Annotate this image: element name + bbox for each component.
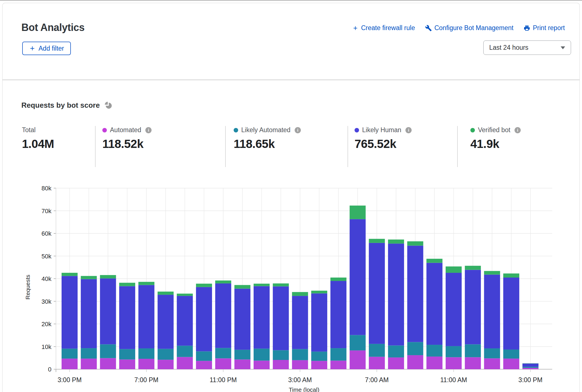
bar-segment-likely-human[interactable] — [254, 286, 270, 349]
bar-segment-likely-human[interactable] — [311, 293, 327, 352]
bar-segment-verified-bot[interactable] — [503, 273, 519, 277]
bar-segment-likely-human[interactable] — [273, 286, 289, 350]
bar-segment-likely-automated[interactable] — [138, 348, 154, 359]
bar-segment-automated[interactable] — [350, 350, 366, 369]
bar-segment-automated[interactable] — [311, 361, 327, 369]
info-icon[interactable]: i — [295, 127, 301, 133]
bar-segment-verified-bot[interactable] — [100, 275, 116, 278]
bar-segment-verified-bot[interactable] — [465, 266, 481, 270]
bar-segment-likely-automated[interactable] — [503, 350, 519, 359]
bar-segment-automated[interactable] — [484, 358, 500, 369]
bar-segment-automated[interactable] — [234, 359, 251, 369]
print-report-link[interactable]: Print report — [524, 24, 565, 32]
bar-segment-verified-bot[interactable] — [446, 267, 462, 273]
bar-segment-likely-automated[interactable] — [330, 348, 346, 361]
bar-segment-automated[interactable] — [138, 359, 154, 369]
configure-bot-management-link[interactable]: Configure Bot Management — [425, 24, 513, 32]
bar-segment-verified-bot[interactable] — [177, 294, 193, 296]
bar-segment-automated[interactable] — [522, 368, 538, 369]
info-icon[interactable]: i — [405, 127, 412, 133]
bar-segment-verified-bot[interactable] — [273, 283, 289, 286]
add-filter-button[interactable]: Add filter — [22, 42, 71, 55]
bar-segment-verified-bot[interactable] — [234, 285, 251, 289]
bar-segment-verified-bot[interactable] — [350, 206, 366, 219]
bar-segment-verified-bot[interactable] — [292, 292, 308, 296]
bar-segment-verified-bot[interactable] — [311, 291, 327, 294]
time-range-dropdown[interactable]: Last 24 hours — [483, 40, 571, 55]
bar-segment-automated[interactable] — [254, 361, 270, 369]
bar-segment-likely-automated[interactable] — [196, 351, 212, 361]
bar-segment-likely-automated[interactable] — [292, 349, 308, 360]
bar-segment-likely-human[interactable] — [138, 285, 154, 348]
bar-segment-verified-bot[interactable] — [62, 273, 78, 276]
bar-segment-verified-bot[interactable] — [484, 271, 500, 275]
bar-segment-likely-automated[interactable] — [407, 342, 423, 355]
bar-segment-likely-human[interactable] — [350, 219, 366, 335]
bar-segment-likely-human[interactable] — [484, 275, 500, 348]
bar-segment-verified-bot[interactable] — [215, 280, 231, 283]
bar-segment-automated[interactable] — [369, 357, 385, 369]
info-icon[interactable]: i — [515, 127, 521, 133]
bar-segment-likely-human[interactable] — [196, 287, 212, 352]
bar-segment-automated[interactable] — [427, 357, 443, 369]
bar-segment-likely-automated[interactable] — [62, 349, 78, 359]
bar-segment-likely-human[interactable] — [119, 286, 135, 349]
bar-segment-likely-automated[interactable] — [446, 346, 462, 357]
bar-segment-likely-automated[interactable] — [311, 352, 327, 361]
bar-segment-likely-human[interactable] — [330, 281, 346, 348]
bar-segment-likely-human[interactable] — [427, 263, 443, 345]
bar-segment-automated[interactable] — [158, 360, 174, 369]
bar-segment-likely-human[interactable] — [465, 270, 481, 344]
bar-segment-likely-human[interactable] — [81, 279, 97, 348]
bar-segment-automated[interactable] — [465, 357, 481, 369]
bar-segment-likely-automated[interactable] — [388, 345, 404, 357]
bar-segment-likely-automated[interactable] — [177, 346, 193, 357]
bar-segment-likely-automated[interactable] — [427, 345, 443, 357]
bar-segment-likely-human[interactable] — [62, 276, 78, 348]
bar-segment-likely-human[interactable] — [369, 243, 385, 344]
bar-segment-verified-bot[interactable] — [522, 363, 538, 364]
bar-segment-likely-human[interactable] — [100, 278, 116, 344]
bar-segment-automated[interactable] — [62, 359, 78, 369]
bar-segment-likely-human[interactable] — [388, 244, 404, 345]
bar-segment-likely-automated[interactable] — [119, 349, 135, 359]
bar-segment-likely-automated[interactable] — [484, 348, 500, 358]
bar-segment-likely-human[interactable] — [158, 295, 174, 349]
bar-segment-likely-automated[interactable] — [81, 348, 97, 359]
bar-segment-automated[interactable] — [407, 355, 423, 369]
bar-segment-verified-bot[interactable] — [196, 284, 212, 287]
bar-segment-verified-bot[interactable] — [330, 278, 346, 281]
bar-segment-verified-bot[interactable] — [138, 282, 154, 285]
bar-segment-verified-bot[interactable] — [369, 239, 385, 243]
bar-segment-verified-bot[interactable] — [388, 240, 404, 244]
create-firewall-rule-link[interactable]: Create firewall rule — [352, 24, 415, 32]
bar-segment-automated[interactable] — [292, 360, 308, 369]
bar-segment-automated[interactable] — [273, 360, 289, 369]
bar-segment-likely-human[interactable] — [503, 278, 519, 350]
bar-segment-automated[interactable] — [330, 361, 346, 369]
bar-segment-likely-automated[interactable] — [522, 367, 538, 368]
bar-segment-automated[interactable] — [81, 359, 97, 369]
bar-segment-likely-automated[interactable] — [369, 344, 385, 357]
bar-segment-likely-human[interactable] — [215, 283, 231, 348]
bar-segment-verified-bot[interactable] — [81, 276, 97, 279]
bar-segment-likely-automated[interactable] — [234, 350, 251, 360]
bar-segment-automated[interactable] — [388, 357, 404, 369]
bar-segment-likely-human[interactable] — [177, 296, 193, 346]
bar-segment-likely-automated[interactable] — [465, 344, 481, 357]
bar-segment-automated[interactable] — [100, 358, 116, 369]
bar-segment-verified-bot[interactable] — [158, 292, 174, 295]
bar-segment-automated[interactable] — [446, 357, 462, 369]
bar-segment-verified-bot[interactable] — [427, 259, 443, 263]
bar-segment-automated[interactable] — [215, 358, 231, 369]
bar-segment-likely-human[interactable] — [446, 273, 462, 346]
bar-segment-likely-human[interactable] — [407, 245, 423, 342]
bar-segment-automated[interactable] — [503, 359, 519, 369]
bar-segment-automated[interactable] — [119, 359, 135, 369]
bar-segment-likely-automated[interactable] — [254, 349, 270, 361]
info-icon[interactable]: i — [145, 127, 152, 133]
bar-segment-likely-human[interactable] — [234, 289, 251, 350]
bar-segment-automated[interactable] — [177, 357, 193, 369]
bar-segment-likely-automated[interactable] — [100, 344, 116, 358]
bar-segment-verified-bot[interactable] — [119, 283, 135, 286]
